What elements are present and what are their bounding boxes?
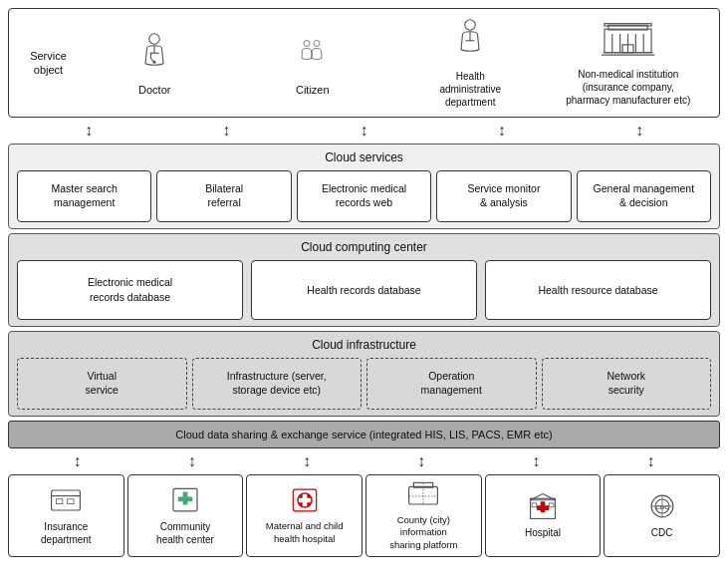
county-label: County (city)informationsharing platform [389, 514, 457, 551]
doctor-icon [139, 31, 169, 80]
doctor-label: Doctor [138, 84, 170, 96]
institution-county: County (city)informationsharing platform [365, 474, 482, 557]
service-object-label: Serviceobject [21, 49, 76, 78]
community-label: Communityhealth center [156, 520, 214, 546]
cloud-services-section: Cloud services Master searchmanagement B… [8, 144, 720, 229]
health-records-box: Health records database [251, 260, 477, 320]
top-arrows: ↕ ↕ ↕ ↕ ↕ [8, 122, 720, 140]
cloud-services-boxes: Master searchmanagement Bilateralreferra… [17, 170, 711, 222]
insurance-label: Insurancedepartment [41, 520, 92, 546]
svg-rect-37 [537, 505, 549, 510]
svg-text:CDC: CDC [655, 503, 669, 510]
arrow-3: ↕ [295, 122, 432, 140]
b-arrow-4: ↕ [364, 452, 479, 470]
svg-marker-35 [531, 494, 556, 500]
hospital-label: Hospital [525, 526, 561, 539]
actor-citizen: Citizen [234, 31, 392, 96]
svg-point-0 [149, 33, 160, 44]
building-icon [601, 19, 655, 64]
virtual-service-box: Virtualservice [17, 358, 187, 410]
network-security-box: Networksecurity [542, 358, 712, 410]
svg-rect-19 [52, 490, 81, 510]
cloud-services-title: Cloud services [17, 150, 711, 164]
bottom-arrows: ↕ ↕ ↕ ↕ ↕ ↕ [8, 452, 720, 470]
arrow-2: ↕ [157, 122, 295, 140]
svg-rect-25 [178, 496, 192, 501]
institution-insurance: Insurancedepartment [8, 474, 124, 557]
main-diagram: Serviceobject Doctor [0, 0, 728, 565]
health-admin-label: Healthadministrativedepartment [439, 70, 501, 109]
cloud-data-bar: Cloud data sharing & exchange service (i… [8, 421, 720, 448]
svg-rect-29 [298, 498, 310, 503]
cloud-box-general-mgmt: General management& decision [577, 170, 711, 222]
actor-non-medical: Non-medical institution(insurance compan… [550, 19, 708, 107]
citizen-label: Citizen [296, 84, 330, 96]
b-arrow-5: ↕ [479, 452, 594, 470]
cdc-icon: CDC [646, 492, 678, 523]
svg-point-3 [153, 60, 156, 63]
svg-rect-38 [532, 503, 537, 507]
svg-point-5 [314, 40, 320, 46]
svg-rect-21 [57, 498, 63, 503]
cloud-box-emr-web: Electronic medicalrecords web [297, 170, 431, 222]
operation-mgmt-box: Operationmanagement [366, 358, 537, 410]
arrow-5: ↕ [571, 122, 708, 140]
cloud-computing-title: Cloud computing center [17, 240, 711, 254]
citizen-icon [298, 31, 328, 80]
emr-database-box: Electronic medicalrecords database [17, 260, 243, 320]
maternal-label: Maternal and childhealth hospital [266, 520, 344, 545]
svg-point-6 [465, 20, 476, 31]
health-admin-icon [455, 17, 485, 66]
cdc-label: CDC [651, 526, 673, 539]
insurance-icon [50, 486, 82, 517]
non-medical-label: Non-medical institution(insurance compan… [566, 68, 690, 107]
arrow-4: ↕ [433, 122, 571, 140]
institution-cdc: CDC CDC [604, 474, 720, 557]
cloud-box-service-monitor: Service monitor& analysis [436, 170, 571, 222]
maternal-icon [289, 486, 321, 517]
b-arrow-3: ↕ [249, 452, 364, 470]
svg-point-4 [304, 40, 310, 46]
health-resource-box: Health resource database [485, 260, 711, 320]
b-arrow-2: ↕ [134, 452, 249, 470]
institution-community: Communityhealth center [127, 474, 244, 557]
infrastructure-box: Infrastructure (server,storage device et… [192, 358, 363, 410]
institutions-section: Insurancedepartment Communityhealth cent… [8, 474, 720, 557]
svg-rect-39 [549, 503, 554, 507]
arrow-1: ↕ [20, 122, 157, 140]
b-arrow-1: ↕ [20, 452, 134, 470]
b-arrow-6: ↕ [594, 452, 708, 470]
computing-boxes: Electronic medicalrecords database Healt… [17, 260, 711, 320]
cloud-box-bilateral: Bilateralreferral [156, 170, 291, 222]
community-icon [169, 486, 201, 517]
hospital-icon [527, 492, 559, 523]
platform-icon [407, 480, 439, 511]
cloud-infra-title: Cloud infrastructure [17, 338, 711, 352]
institution-hospital: Hospital [485, 474, 602, 557]
svg-rect-22 [68, 498, 74, 503]
cloud-infra-section: Cloud infrastructure Virtualservice Infr… [8, 331, 720, 417]
institution-maternal: Maternal and childhealth hospital [246, 474, 363, 557]
service-objects-section: Serviceobject Doctor [8, 8, 720, 118]
cloud-box-master-search: Master searchmanagement [17, 170, 151, 222]
actor-doctor: Doctor [76, 31, 234, 96]
cloud-computing-section: Cloud computing center Electronic medica… [8, 233, 720, 327]
actor-health-admin: Healthadministrativedepartment [391, 17, 550, 109]
infra-boxes: Virtualservice Infrastructure (server,st… [17, 358, 711, 410]
